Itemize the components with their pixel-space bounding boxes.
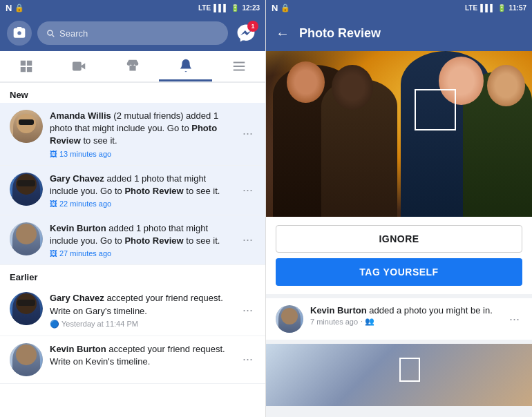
notif-time-gary-earlier: 🔵 Yesterday at 11:44 PM — [50, 320, 233, 329]
search-placeholder: Search — [59, 28, 88, 39]
page-title: Photo Review — [299, 26, 381, 41]
notif-content-gary: Gary Chavez added 1 photo that might inc… — [50, 173, 233, 208]
avatar-gary-earlier — [10, 292, 43, 325]
bottom-notif-user: Kevin Burton — [310, 305, 367, 316]
notif-text-kevin: Kevin Burton added 1 photo that might in… — [50, 222, 233, 247]
messenger-badge: 1 — [247, 21, 258, 32]
left-panel: N 🔒 LTE ▌▌▌ 🔋 12:23 Search 1 — [0, 0, 266, 417]
time-left: 12:23 — [242, 4, 260, 12]
notif-item-amanda[interactable]: Amanda Willis (2 mutual friends) added 1… — [0, 103, 265, 166]
notif-user-kevin: Kevin Burton — [50, 223, 106, 233]
notif-text-amanda: Amanda Willis (2 mutual friends) added 1… — [50, 110, 233, 148]
notif-time-gary: 🖼 22 minutes ago — [50, 200, 233, 208]
notif-time-kevin: 🖼 27 minutes ago — [50, 249, 233, 258]
more-button-gary[interactable]: ··· — [240, 183, 256, 197]
status-bar-right: N 🔒 LTE ▌▌▌ 🔋 11:57 — [266, 0, 532, 15]
ignore-button[interactable]: IGNORE — [276, 225, 522, 253]
search-bar[interactable]: Search — [37, 21, 228, 45]
signal-label: LTE — [198, 4, 211, 12]
preview-photo — [266, 344, 532, 406]
notif-user-gary: Gary Chavez — [50, 173, 104, 184]
notif-item-gary[interactable]: Gary Chavez added 1 photo that might inc… — [0, 166, 265, 215]
face-1 — [287, 61, 325, 103]
search-icon — [46, 28, 55, 38]
notif-content-gary-earlier: Gary Chavez accepted your friend request… — [50, 292, 233, 328]
avatar-kevin-bottom — [276, 305, 303, 333]
more-button-amanda[interactable]: ··· — [240, 126, 256, 141]
status-left-icons: N 🔒 — [6, 3, 24, 13]
face-detection-box — [415, 89, 456, 130]
sim-icon: 🔒 — [15, 3, 24, 12]
nav-item-store[interactable] — [106, 51, 160, 81]
more-button-gary-earlier[interactable]: ··· — [240, 303, 256, 318]
nav-item-notifications[interactable] — [159, 51, 212, 81]
nav-bar — [0, 51, 265, 83]
messenger-button[interactable]: 1 — [234, 21, 258, 46]
bottom-notif-text: Kevin Burton added a photo you might be … — [310, 305, 500, 316]
status-right-icons: LTE ▌▌▌ 🔋 12:23 — [198, 4, 260, 12]
preview-face-box — [399, 358, 420, 382]
notif-text-kevin-earlier: Kevin Burton accepted your friend reques… — [50, 343, 233, 368]
camera-icon[interactable] — [7, 21, 32, 46]
more-button-kevin-earlier[interactable]: ··· — [240, 352, 256, 367]
notif-item-kevin-earlier[interactable]: Kevin Burton accepted your friend reques… — [0, 336, 265, 384]
n-icon: N — [6, 3, 12, 13]
back-button[interactable]: ← — [276, 26, 289, 41]
signal-bars-right: ▌▌▌ — [480, 4, 495, 12]
header-left: Search 1 — [0, 15, 265, 51]
bottom-notif-content: Kevin Burton added a photo you might be … — [310, 305, 500, 326]
status-right-right-icons: LTE ▌▌▌ 🔋 11:57 — [465, 4, 526, 12]
more-button-bottom[interactable]: ··· — [506, 312, 522, 327]
bottom-notif-time: 7 minutes ago · 👥 — [310, 317, 500, 326]
notif-content-kevin-earlier: Kevin Burton accepted your friend reques… — [50, 343, 233, 368]
notif-link-kevin: Photo Review — [124, 235, 183, 246]
n-icon-right: N — [272, 3, 278, 13]
notif-user-amanda: Amanda Willis — [50, 110, 111, 121]
signal-label-right: LTE — [465, 4, 477, 12]
status-right-left-icons: N 🔒 — [272, 3, 290, 13]
tag-yourself-button[interactable]: TAG YOURSELF — [276, 258, 522, 286]
photo-review-content: IGNORE TAG YOURSELF Kevin Burton added a… — [266, 51, 532, 417]
notif-text-gary-earlier: Gary Chavez accepted your friend request… — [50, 292, 233, 317]
more-button-kevin[interactable]: ··· — [240, 233, 256, 247]
nav-item-menu[interactable] — [212, 51, 265, 81]
notif-user-kevin-earlier: Kevin Burton — [50, 344, 106, 354]
avatar-kevin-earlier — [10, 343, 43, 376]
avatar-kevin — [10, 222, 43, 255]
notif-user-gary-earlier: Gary Chavez — [50, 293, 104, 303]
avatar-amanda — [10, 110, 43, 143]
section-new: New — [0, 83, 265, 103]
status-bar-left: N 🔒 LTE ▌▌▌ 🔋 12:23 — [0, 0, 265, 15]
action-buttons: IGNORE TAG YOURSELF — [266, 217, 532, 294]
battery-icon-right: 🔋 — [497, 4, 506, 12]
notif-content-kevin: Kevin Burton added 1 photo that might in… — [50, 222, 233, 258]
signal-bars: ▌▌▌ — [213, 4, 228, 12]
photo-container: IGNORE TAG YOURSELF — [266, 51, 532, 294]
header-right: ← Photo Review — [266, 15, 532, 51]
notif-content-amanda: Amanda Willis (2 mutual friends) added 1… — [50, 110, 233, 158]
notif-time-amanda: 🖼 13 minutes ago — [50, 150, 233, 158]
notif-text-gary: Gary Chavez added 1 photo that might inc… — [50, 173, 233, 197]
nav-item-video[interactable] — [53, 51, 106, 81]
time-right: 11:57 — [509, 4, 526, 12]
notifications-list: New Amanda Willis (2 mutual friends) add… — [0, 83, 265, 417]
notif-link-gary: Photo Review — [124, 186, 183, 196]
face-2 — [332, 65, 373, 110]
section-earlier: Earlier — [0, 265, 265, 285]
main-photo — [266, 51, 532, 217]
notif-item-gary-earlier[interactable]: Gary Chavez accepted your friend request… — [0, 285, 265, 336]
battery-icon: 🔋 — [231, 4, 239, 12]
nav-item-feed[interactable] — [0, 51, 53, 81]
notif-item-kevin[interactable]: Kevin Burton added 1 photo that might in… — [0, 215, 265, 265]
right-panel: N 🔒 LTE ▌▌▌ 🔋 11:57 ← Photo Review — [266, 0, 532, 417]
face-4 — [487, 65, 525, 106]
avatar-gary — [10, 173, 43, 206]
sim-icon-right: 🔒 — [281, 3, 290, 12]
bottom-notification[interactable]: Kevin Burton added a photo you might be … — [266, 298, 532, 340]
